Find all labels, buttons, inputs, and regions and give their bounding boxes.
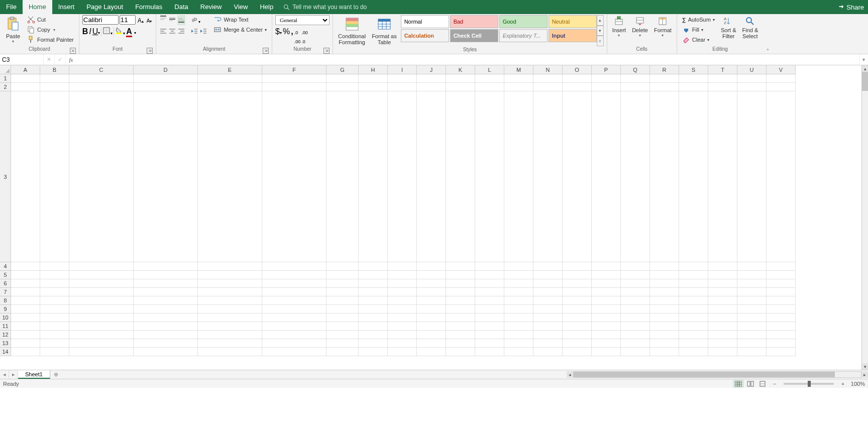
cell-V2[interactable] xyxy=(767,83,796,91)
cell-I14[interactable] xyxy=(388,348,417,356)
cell-M7[interactable] xyxy=(504,288,533,296)
cell-M3[interactable] xyxy=(504,91,533,262)
cell-V5[interactable] xyxy=(767,271,796,279)
cell-S3[interactable] xyxy=(679,91,708,262)
align-bottom-button[interactable] xyxy=(177,15,185,25)
cell-H8[interactable] xyxy=(359,296,388,305)
cell-J9[interactable] xyxy=(417,305,446,313)
row-header-5[interactable]: 5 xyxy=(0,271,11,279)
cell-Q14[interactable] xyxy=(621,348,650,356)
cell-U6[interactable] xyxy=(737,279,767,288)
style-bad[interactable]: Bad xyxy=(450,15,498,28)
zoom-slider-knob[interactable] xyxy=(808,381,811,387)
cell-C10[interactable] xyxy=(69,313,134,322)
cell-M2[interactable] xyxy=(504,83,533,91)
cell-E5[interactable] xyxy=(198,271,262,279)
col-header-A[interactable]: A xyxy=(11,65,40,74)
worksheet-grid[interactable]: ABCDEFGHIJKLMNOPQRSTUV 12345678910111213… xyxy=(0,65,868,370)
cut-button[interactable]: Cut xyxy=(25,15,76,24)
cell-A9[interactable] xyxy=(11,305,40,313)
scroll-left-button[interactable]: ◂ xyxy=(567,371,573,378)
cell-O4[interactable] xyxy=(563,262,592,271)
enter-formula-button[interactable]: ✓ xyxy=(54,54,65,65)
cell-A6[interactable] xyxy=(11,279,40,288)
cell-J7[interactable] xyxy=(417,288,446,296)
cell-N12[interactable] xyxy=(533,331,563,339)
col-header-P[interactable]: P xyxy=(592,65,621,74)
cell-O9[interactable] xyxy=(563,305,592,313)
cell-V12[interactable] xyxy=(767,331,796,339)
row-header-10[interactable]: 10 xyxy=(0,313,11,322)
cell-N1[interactable] xyxy=(533,74,563,83)
cell-M5[interactable] xyxy=(504,271,533,279)
align-right-button[interactable] xyxy=(177,27,185,37)
cells-area[interactable] xyxy=(11,74,796,356)
cell-G6[interactable] xyxy=(327,279,359,288)
cell-V1[interactable] xyxy=(767,74,796,83)
increase-decimal-button[interactable]: .0.00 xyxy=(294,27,301,45)
copy-button[interactable]: Copy▾ xyxy=(25,25,76,34)
cell-Q10[interactable] xyxy=(621,313,650,322)
cell-R5[interactable] xyxy=(650,271,679,279)
cell-H14[interactable] xyxy=(359,348,388,356)
cell-O1[interactable] xyxy=(563,74,592,83)
cell-M4[interactable] xyxy=(504,262,533,271)
format-painter-button[interactable]: Format Painter xyxy=(25,35,76,44)
cell-O2[interactable] xyxy=(563,83,592,91)
cell-K3[interactable] xyxy=(446,91,475,262)
cell-E1[interactable] xyxy=(198,74,262,83)
cell-L1[interactable] xyxy=(475,74,504,83)
cell-R8[interactable] xyxy=(650,296,679,305)
tab-view[interactable]: View xyxy=(228,0,254,14)
cell-E12[interactable] xyxy=(198,331,262,339)
cell-B4[interactable] xyxy=(40,262,69,271)
cell-U9[interactable] xyxy=(737,305,767,313)
cell-O11[interactable] xyxy=(563,322,592,331)
cell-I1[interactable] xyxy=(388,74,417,83)
style-calculation[interactable]: Calculation xyxy=(401,29,449,42)
delete-cells-button[interactable]: Delete▾ xyxy=(630,15,650,46)
cell-E13[interactable] xyxy=(198,339,262,348)
cell-D8[interactable] xyxy=(134,296,198,305)
cell-A13[interactable] xyxy=(11,339,40,348)
cell-R4[interactable] xyxy=(650,262,679,271)
cell-D5[interactable] xyxy=(134,271,198,279)
cell-G3[interactable] xyxy=(327,91,359,262)
cell-V13[interactable] xyxy=(767,339,796,348)
cell-V10[interactable] xyxy=(767,313,796,322)
tab-insert[interactable]: Insert xyxy=(52,0,81,14)
cell-S5[interactable] xyxy=(679,271,708,279)
cell-C8[interactable] xyxy=(69,296,134,305)
cell-G9[interactable] xyxy=(327,305,359,313)
sheet-tab-sheet1[interactable]: Sheet1 xyxy=(18,370,50,379)
vscroll-thumb[interactable] xyxy=(862,72,868,91)
cell-C14[interactable] xyxy=(69,348,134,356)
cell-O8[interactable] xyxy=(563,296,592,305)
cell-H7[interactable] xyxy=(359,288,388,296)
align-top-button[interactable] xyxy=(159,15,167,25)
decrease-decimal-button[interactable]: .00.0 xyxy=(301,27,308,45)
find-select-button[interactable]: Find & Select xyxy=(740,15,760,46)
cell-E4[interactable] xyxy=(198,262,262,271)
cell-G11[interactable] xyxy=(327,322,359,331)
tab-data[interactable]: Data xyxy=(168,0,194,14)
col-header-O[interactable]: O xyxy=(563,65,592,74)
cell-A4[interactable] xyxy=(11,262,40,271)
col-header-V[interactable]: V xyxy=(767,65,796,74)
cell-J12[interactable] xyxy=(417,331,446,339)
clipboard-dialog-launcher[interactable]: ⇲ xyxy=(70,48,76,54)
cell-R1[interactable] xyxy=(650,74,679,83)
cell-B9[interactable] xyxy=(40,305,69,313)
cell-S9[interactable] xyxy=(679,305,708,313)
cell-J2[interactable] xyxy=(417,83,446,91)
cell-F8[interactable] xyxy=(262,296,327,305)
cell-D11[interactable] xyxy=(134,322,198,331)
cell-S7[interactable] xyxy=(679,288,708,296)
row-header-6[interactable]: 6 xyxy=(0,279,11,288)
cell-U12[interactable] xyxy=(737,331,767,339)
cell-K7[interactable] xyxy=(446,288,475,296)
cell-S12[interactable] xyxy=(679,331,708,339)
cell-A14[interactable] xyxy=(11,348,40,356)
cell-L11[interactable] xyxy=(475,322,504,331)
comma-format-button[interactable]: , xyxy=(291,27,293,45)
